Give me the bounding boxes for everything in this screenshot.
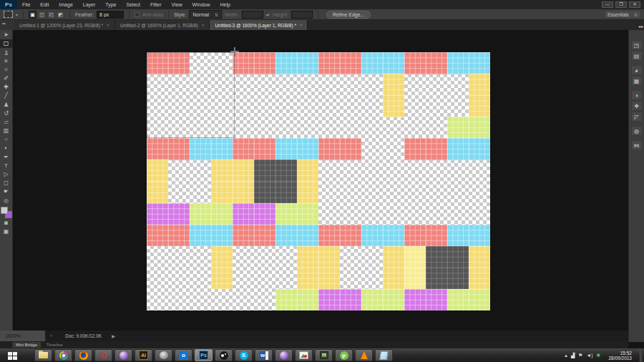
menu-view[interactable]: View: [167, 0, 187, 9]
menu-window[interactable]: Window: [187, 0, 215, 9]
new-selection-button[interactable]: ▣: [29, 11, 36, 19]
navigator-panel-icon[interactable]: ◍: [631, 126, 643, 136]
rectangular-marquee-tool[interactable]: ▢: [0, 39, 13, 48]
zoom-level-field[interactable]: 1600%: [0, 331, 45, 341]
style-dropdown[interactable]: Normal ⇅: [189, 10, 222, 19]
styles-panel-icon[interactable]: ❖: [631, 101, 643, 111]
opera-taskbar-button[interactable]: O: [94, 349, 112, 361]
volume-icon[interactable]: ◄): [586, 353, 592, 358]
tab-close-icon[interactable]: ×: [202, 23, 205, 27]
menu-filter[interactable]: Filter: [145, 0, 167, 9]
swatches-panel-icon[interactable]: ▦: [631, 76, 643, 86]
chrome-taskbar-button[interactable]: [54, 349, 72, 361]
word-taskbar-button[interactable]: w: [255, 349, 273, 361]
outlook-taskbar-button[interactable]: o: [175, 349, 192, 361]
dodge-tool[interactable]: ◐: [0, 144, 13, 152]
intersect-selection-button[interactable]: ◩: [57, 11, 64, 19]
zoom-tool[interactable]: ◎: [0, 197, 13, 205]
status-icon: ◔: [49, 333, 52, 338]
menu-help[interactable]: Help: [215, 0, 235, 9]
clone-stamp-tool[interactable]: ♟: [0, 101, 13, 109]
minimize-button[interactable]: —: [602, 1, 613, 8]
show-desktop-button[interactable]: [640, 348, 643, 362]
lasso-tool[interactable]: ʓ: [0, 48, 13, 57]
utorrent-taskbar-button[interactable]: µ: [335, 349, 353, 361]
add-to-selection-button[interactable]: ◫: [38, 11, 46, 19]
brush-tool[interactable]: ╱: [0, 92, 13, 100]
menu-type[interactable]: Type: [100, 0, 121, 9]
panel-tab-timeline[interactable]: Timeline: [43, 342, 66, 348]
network-icon[interactable]: ▟: [571, 353, 575, 358]
width-input[interactable]: [242, 11, 263, 19]
steam-taskbar-button[interactable]: [215, 349, 233, 361]
vlc-taskbar-button[interactable]: [355, 349, 373, 361]
workspace-switcher[interactable]: Essentials ⇅: [604, 10, 641, 19]
taskbar-clock[interactable]: 15:52 28/09/2013: [604, 351, 636, 361]
adjustments-panel-icon[interactable]: ◑: [631, 90, 643, 100]
menu-select[interactable]: Select: [122, 0, 145, 9]
skype-taskbar-button[interactable]: S: [235, 349, 253, 361]
start-button[interactable]: [0, 348, 24, 362]
eraser-tool[interactable]: ▱: [0, 118, 13, 127]
actions-panel-icon[interactable]: ◸: [631, 112, 643, 122]
hand-tool[interactable]: ☛: [0, 187, 13, 196]
pixel-block: [383, 268, 404, 290]
subtract-from-selection-button[interactable]: ◰: [47, 11, 55, 19]
tools-collapse-button[interactable]: ▪▪: [0, 20, 14, 30]
screen-mode[interactable]: ▣: [0, 228, 13, 236]
history-brush-tool[interactable]: ↺: [0, 109, 13, 118]
healing-brush-tool[interactable]: ✚: [0, 83, 13, 92]
move-tool[interactable]: ➤: [0, 31, 13, 39]
foreground-color-swatch[interactable]: [1, 207, 8, 214]
gradient-tool[interactable]: ▥: [0, 127, 13, 135]
image-editor-taskbar-button[interactable]: [315, 349, 333, 361]
menu-image[interactable]: Image: [54, 0, 77, 9]
firefox-taskbar-button[interactable]: [74, 349, 92, 361]
menu-layer[interactable]: Layer: [78, 0, 101, 9]
tab-close-icon[interactable]: ×: [107, 23, 109, 27]
hidden-icons-arrow-icon[interactable]: ▴: [565, 353, 567, 358]
menu-edit[interactable]: Edit: [35, 0, 54, 9]
document-tab-1[interactable]: Untitled-1 @ 1200% (Layer 23, RGB/8) *×: [14, 20, 115, 30]
menu-file[interactable]: File: [17, 0, 35, 9]
antivirus-icon[interactable]: ✱: [597, 353, 601, 358]
antialias-checkbox[interactable]: [135, 12, 140, 17]
refine-edge-button[interactable]: Refine Edge...: [326, 11, 371, 19]
quick-selection-tool[interactable]: ✳: [0, 57, 13, 66]
shape-tool[interactable]: ◻: [0, 179, 13, 187]
photo-viewer-taskbar-button[interactable]: [295, 349, 313, 361]
eyedropper-tool[interactable]: ✐: [0, 74, 13, 83]
blur-tool[interactable]: ○: [0, 135, 13, 144]
media-orb2-taskbar-button[interactable]: [275, 349, 293, 361]
path-selection-tool[interactable]: ▷: [0, 170, 13, 179]
quick-mask-mode[interactable]: ◙: [0, 219, 13, 228]
marquee-tool-icon[interactable]: [4, 11, 13, 18]
color-panel-icon[interactable]: ◕: [631, 65, 643, 75]
pen-tool[interactable]: ✒: [0, 153, 13, 162]
dock-collapse-icon[interactable]: ◂◂: [638, 24, 643, 29]
panel-tab-mini-bridge[interactable]: Mini Bridge: [12, 342, 41, 348]
notes-taskbar-button[interactable]: [375, 349, 393, 361]
height-input[interactable]: [291, 11, 313, 19]
restore-button[interactable]: ❐: [615, 1, 627, 8]
properties-panel-icon[interactable]: ▤: [631, 51, 643, 61]
feather-input[interactable]: [97, 11, 124, 19]
crop-tool[interactable]: ⌗: [0, 66, 13, 74]
document-tab-3[interactable]: Untitled-3 @ 1600% (Layer 1, RGB/8) *×: [210, 20, 308, 30]
pixel-block: [469, 225, 490, 247]
action-center-flag-icon[interactable]: ⚑: [578, 353, 582, 358]
status-options-arrow-icon[interactable]: ▶: [112, 333, 115, 338]
document-tab-2[interactable]: Untitled-2 @ 1600% (Layer 1, RGB/8)×: [115, 20, 210, 30]
photoshop-taskbar-button[interactable]: Ps: [195, 349, 213, 361]
media-orb-taskbar-button[interactable]: [114, 349, 132, 361]
tool-preset-caret-icon[interactable]: ▾: [16, 12, 18, 17]
close-button[interactable]: ✕: [629, 1, 640, 8]
mini-bridge-panel-icon[interactable]: ◳: [631, 40, 643, 50]
type-tool[interactable]: T: [0, 162, 13, 170]
gimp-taskbar-button[interactable]: [155, 349, 172, 361]
illustrator-taskbar-button[interactable]: Ai: [135, 349, 152, 361]
tab-close-icon[interactable]: ×: [300, 23, 303, 27]
character-panel-icon[interactable]: ⋈: [631, 140, 643, 150]
explorer-taskbar-button[interactable]: [34, 349, 52, 361]
swap-dimensions-icon[interactable]: ⇄: [266, 12, 270, 17]
